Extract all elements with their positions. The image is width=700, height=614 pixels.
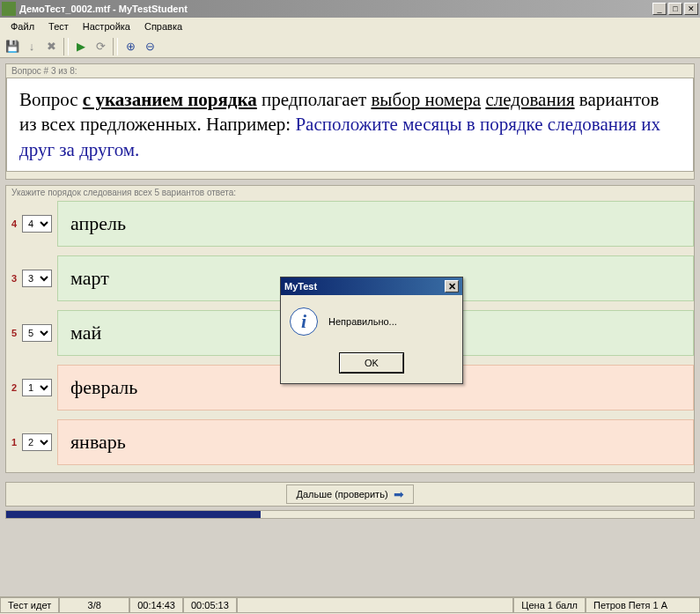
dialog-titlebar[interactable]: MyTest ✕	[281, 277, 462, 295]
question-part: выбор номера	[371, 89, 481, 110]
dialog-title-text: MyTest	[284, 281, 445, 292]
cancel-icon[interactable]: ✖	[42, 38, 60, 55]
save-icon[interactable]: 💾	[4, 38, 21, 55]
status-time-elapsed: 00:14:43	[129, 597, 183, 613]
message-dialog: MyTest ✕ i Неправильно... OK	[280, 277, 463, 384]
dialog-close-button[interactable]: ✕	[445, 280, 459, 292]
window-title: ДемоТест_0002.mtf - MyTestStudent	[19, 4, 652, 14]
close-button[interactable]: ✕	[684, 3, 698, 15]
question-part: с указанием порядка	[83, 89, 257, 110]
answers-instruction: Укажите порядок следования всех 5 вариан…	[6, 186, 694, 199]
question-part: Вопрос	[19, 89, 83, 110]
status-running: Тест идет	[0, 597, 59, 613]
status-user: Петров Петя 1 А	[586, 597, 700, 613]
progress-fill	[6, 511, 261, 518]
answer-option[interactable]: январь	[57, 419, 694, 465]
arrow-right-icon: ➡	[394, 487, 404, 501]
order-select[interactable]: 3	[22, 270, 52, 287]
answer-number: 4	[6, 218, 17, 229]
answer-option[interactable]: апрель	[57, 201, 694, 247]
question-part: предполагает	[257, 89, 372, 110]
next-button[interactable]: Дальше (проверить) ➡	[286, 485, 413, 504]
menu-settings[interactable]: Настройка	[76, 19, 137, 33]
ok-button[interactable]: OK	[340, 353, 403, 373]
toolbar-separator	[63, 38, 69, 55]
refresh-icon[interactable]: ⟳	[92, 38, 109, 55]
answer-number: 5	[6, 328, 17, 338]
status-progress: 3/8	[59, 597, 129, 613]
toolbar: 💾 ↓ ✖ ▶ ⟳ ⊕ ⊖	[0, 35, 700, 58]
answer-row: 12январь	[6, 418, 694, 467]
dialog-message: Неправильно...	[328, 316, 397, 327]
question-text: Вопрос с указанием порядка предполагает …	[6, 78, 694, 172]
order-select[interactable]: 5	[22, 324, 52, 342]
zoom-out-icon[interactable]: ⊖	[141, 38, 158, 55]
answer-number: 1	[6, 437, 17, 448]
menu-bar: Файл Тест Настройка Справка	[0, 18, 700, 35]
info-icon: i	[290, 307, 318, 336]
order-select[interactable]: 2	[22, 433, 52, 451]
down-icon[interactable]: ↓	[23, 38, 41, 55]
window-titlebar: ДемоТест_0002.mtf - MyTestStudent _ □ ✕	[0, 0, 700, 18]
menu-test[interactable]: Тест	[41, 19, 76, 33]
menu-file[interactable]: Файл	[4, 19, 41, 33]
answer-row: 44апрель	[6, 199, 694, 248]
order-select[interactable]: 4	[22, 215, 52, 233]
menu-help[interactable]: Справка	[137, 19, 189, 33]
minimize-button[interactable]: _	[652, 3, 667, 15]
answer-number: 2	[6, 382, 17, 393]
order-select[interactable]: 1	[22, 379, 52, 396]
question-part: следования	[485, 89, 574, 110]
maximize-button[interactable]: □	[668, 3, 682, 15]
next-button-label: Дальше (проверить)	[296, 489, 387, 499]
question-panel: Вопрос # 3 из 8: Вопрос с указанием поря…	[5, 63, 695, 180]
status-price: Цена 1 балл	[513, 597, 586, 613]
next-bar: Дальше (проверить) ➡	[5, 482, 695, 507]
status-spacer	[237, 597, 513, 613]
status-bar: Тест идет 3/8 00:14:43 00:05:13 Цена 1 б…	[0, 596, 700, 614]
question-counter: Вопрос # 3 из 8:	[6, 64, 694, 78]
status-time-remaining: 00:05:13	[183, 597, 237, 613]
toolbar-separator	[113, 38, 118, 55]
play-icon[interactable]: ▶	[72, 38, 90, 55]
answer-number: 3	[6, 273, 17, 284]
zoom-in-icon[interactable]: ⊕	[122, 38, 139, 55]
app-icon	[2, 2, 16, 16]
progress-bar	[5, 510, 695, 519]
